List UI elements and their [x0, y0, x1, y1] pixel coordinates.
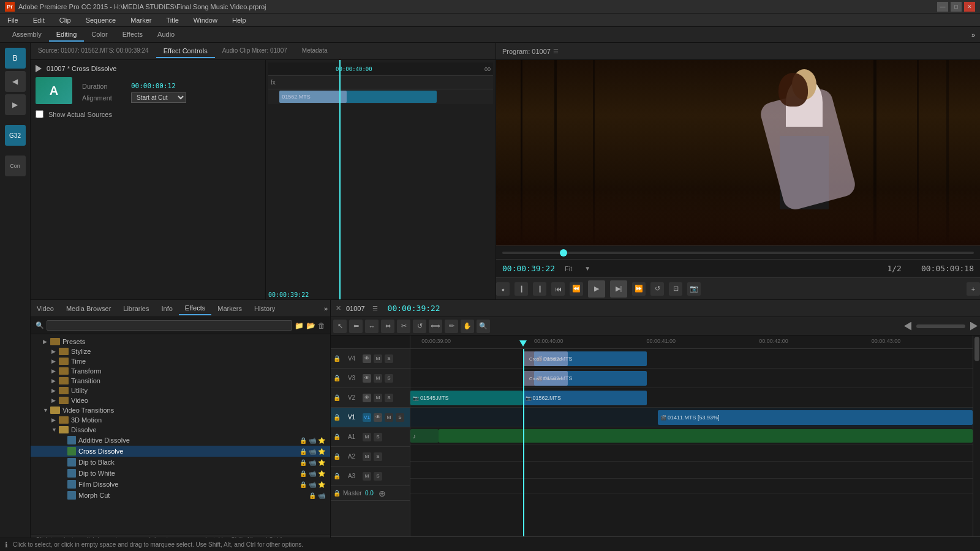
tl-v4-solo[interactable]: S	[385, 354, 393, 363]
pm-play[interactable]: ▶	[588, 280, 605, 298]
tl-razor-tool[interactable]: ✂	[397, 320, 410, 333]
menu-marker[interactable]: Marker	[128, 15, 154, 25]
pm-mark-in[interactable]: ⬥	[496, 282, 510, 296]
tl-zoom-slider[interactable]	[916, 324, 965, 328]
tree-dip-white[interactable]: Dip to White 🔒 📹 ⭐	[31, 468, 330, 479]
menu-window[interactable]: Window	[191, 15, 220, 25]
tl-a1-mute[interactable]: M	[363, 433, 371, 441]
pm-mark-out[interactable]: ❙	[514, 282, 528, 296]
tab-markers[interactable]: Markers	[211, 302, 248, 315]
tree-3d-motion[interactable]: ▶ 3D Motion	[31, 415, 330, 425]
tl-a3-solo[interactable]: S	[374, 472, 382, 481]
tab-history[interactable]: History	[248, 302, 281, 315]
tree-dip-black[interactable]: Dip to Black 🔒 📹 ⭐	[31, 457, 330, 468]
new-bin-icon[interactable]: 📁	[295, 321, 304, 330]
tl-clip-v2-a[interactable]: 📷 01545.MTS	[410, 391, 523, 405]
show-sources-checkbox[interactable]	[36, 110, 43, 118]
tl-pen-tool[interactable]: ✏	[445, 320, 458, 333]
tl-v1-solo[interactable]: S	[396, 413, 404, 422]
tree-video[interactable]: ▶ Video	[31, 395, 330, 405]
tl-rate-stretch[interactable]: ⇔	[381, 320, 394, 333]
nav-forward[interactable]: ▶	[5, 94, 26, 115]
tl-hand-tool[interactable]: ✋	[461, 320, 474, 333]
tab-assembly[interactable]: Assembly	[5, 28, 49, 42]
tab-info[interactable]: Info	[155, 302, 178, 315]
tree-transition[interactable]: ▶ Transition	[31, 376, 330, 386]
tl-clip-v2-b[interactable]: 📷 01562.MTS	[523, 391, 647, 405]
tab-effects[interactable]: Effects	[115, 28, 150, 42]
alignment-select[interactable]: Start at Cut Center at Cut End at Cut	[131, 92, 186, 103]
tab-audio[interactable]: Audio	[150, 28, 182, 42]
tree-utility[interactable]: ▶ Utility	[31, 386, 330, 395]
pr-home[interactable]: G32	[5, 125, 26, 146]
tl-master-expand[interactable]: ⊕	[379, 489, 386, 498]
tl-scrollbar-thumb[interactable]	[974, 337, 979, 361]
tl-v3-solo[interactable]: S	[385, 374, 393, 383]
effects-search-input[interactable]	[47, 320, 292, 331]
tl-a3-mute[interactable]: M	[363, 472, 371, 481]
tab-audio-mixer[interactable]: Audio Clip Mixer: 01007	[215, 45, 295, 58]
tl-v1-toggle[interactable]: V1	[363, 413, 371, 422]
pm-step-in[interactable]: ❙	[533, 282, 546, 296]
pm-scrub-handle[interactable]	[560, 249, 567, 257]
tree-dissolve[interactable]: ▼ Dissolve	[31, 425, 330, 435]
nav-back[interactable]: ◀	[5, 71, 26, 92]
tl-v3-eye[interactable]: 👁	[363, 374, 371, 383]
blogger-button[interactable]: B	[5, 48, 26, 69]
more-workspaces-button[interactable]: »	[971, 31, 975, 39]
tl-v1-mute[interactable]: M	[385, 413, 393, 422]
ep-more-btn[interactable]: »	[322, 302, 330, 315]
pm-loop[interactable]: ↺	[650, 282, 664, 296]
tl-scroll-right-btn[interactable]	[970, 322, 978, 331]
close-button[interactable]: ✕	[964, 2, 975, 12]
tl-zoom-tool[interactable]: 🔍	[477, 320, 490, 333]
tl-v4-mute[interactable]: M	[374, 354, 382, 363]
tab-media-browser[interactable]: Media Browser	[60, 302, 117, 315]
tl-v2-solo[interactable]: S	[385, 394, 393, 402]
minimize-button[interactable]: —	[937, 2, 948, 12]
tl-clip-a1[interactable]	[439, 429, 973, 443]
pm-safe-margins[interactable]: ⊡	[669, 282, 682, 296]
tl-slide-tool[interactable]: ⟺	[429, 320, 442, 333]
tl-v2-eye[interactable]: 👁	[363, 394, 371, 402]
pm-go-start[interactable]: ⏮	[551, 282, 565, 296]
menu-clip[interactable]: Clip	[57, 15, 74, 25]
menu-file[interactable]: File	[5, 15, 21, 25]
tree-film-dissolve[interactable]: Film Dissolve 🔒 📹 ⭐	[31, 479, 330, 490]
pm-menu-icon[interactable]: ☰	[553, 48, 559, 54]
tree-morph-cut[interactable]: Morph Cut 🔒 📹	[31, 490, 330, 501]
tl-vertical-scrollbar[interactable]	[973, 335, 980, 536]
tl-a1-solo[interactable]: S	[374, 433, 382, 441]
tab-libraries[interactable]: Libraries	[117, 302, 155, 315]
tree-stylize[interactable]: ▶ Stylize	[31, 347, 330, 356]
tl-ripple-tool[interactable]: ⬅	[349, 320, 363, 333]
tl-a2-solo[interactable]: S	[374, 452, 382, 461]
tl-select-tool[interactable]: ↖	[333, 320, 347, 333]
pm-export-frame[interactable]: 📷	[687, 282, 701, 296]
ctrl-btn-1[interactable]: Con	[5, 156, 26, 176]
tab-video[interactable]: Video	[31, 302, 60, 315]
tl-a2-mute[interactable]: M	[363, 452, 371, 461]
pm-add-clip[interactable]: +	[967, 282, 980, 296]
tl-v1-eye[interactable]: 👁	[374, 413, 382, 422]
tree-video-transitions[interactable]: ▼ Video Transitions	[31, 405, 330, 415]
tl-roll-tool[interactable]: ↔	[365, 320, 379, 333]
tab-effect-controls[interactable]: Effect Controls	[156, 45, 215, 58]
tl-v4-eye[interactable]: 👁	[363, 354, 371, 363]
pm-progress-bar[interactable]	[502, 252, 974, 254]
tl-scroll-left-btn[interactable]	[904, 322, 911, 331]
pm-play-out[interactable]: ▶|	[610, 280, 627, 298]
tl-close-btn[interactable]: ✕	[336, 304, 341, 312]
tree-presets[interactable]: ▶ Presets	[31, 337, 330, 347]
tab-editing[interactable]: Editing	[49, 28, 85, 42]
tree-cross-dissolve[interactable]: Cross Dissolve 🔒 📹 ⭐	[31, 446, 330, 457]
tab-color[interactable]: Color	[84, 28, 115, 42]
maximize-button[interactable]: □	[951, 2, 962, 12]
tl-slip-tool[interactable]: ↺	[413, 320, 426, 333]
pm-step-back[interactable]: ⏪	[570, 282, 583, 296]
tab-effects-bottom[interactable]: Effects	[179, 302, 211, 315]
tree-transform[interactable]: ▶ Transform	[31, 366, 330, 376]
tl-v3-mute[interactable]: M	[374, 374, 382, 383]
tl-clip-v1[interactable]: 🎬 01411.MTS [53.93%]	[658, 410, 973, 425]
fit-dropdown-icon[interactable]: ▼	[584, 265, 590, 272]
